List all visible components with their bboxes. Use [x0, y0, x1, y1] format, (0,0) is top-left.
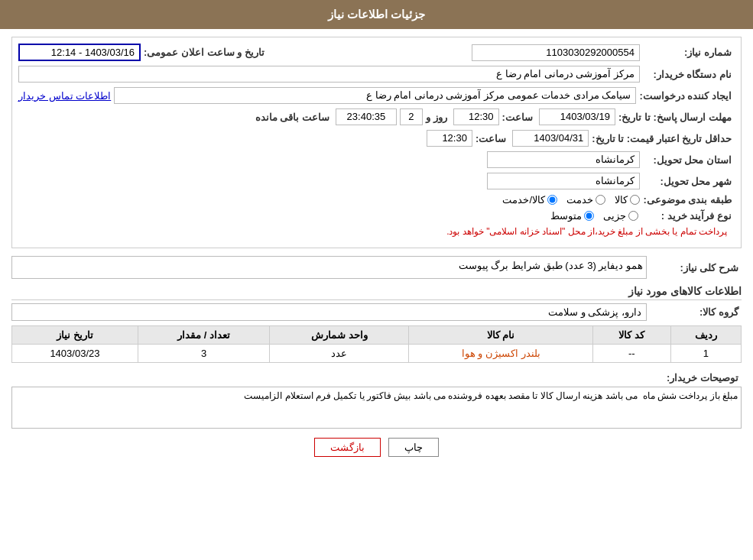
cell-tarikh: 1403/03/23 [12, 345, 138, 363]
tabaqe-kala-khadamat-label: کالا/خدمت [502, 194, 545, 206]
shahr-label: شهر محل تحویل: [643, 176, 735, 187]
namDastgah-value: مرکز آموزشی درمانی امام رضا ع [18, 66, 640, 83]
row-mohlat: مهلت ارسال پاسخ: تا تاریخ: 1403/03/19 سا… [18, 108, 735, 125]
noeFarayand-motavaset-radio[interactable] [584, 211, 594, 221]
noeFarayand-jazee-label: جزیی [603, 210, 626, 222]
goroh-label: گروه کالا: [650, 306, 742, 318]
form-section: شماره نیاز: 1103030292000554 تاریخ و ساع… [11, 37, 742, 248]
tosihKharidar-label: توصیحات خریدار: [650, 372, 742, 384]
tabaqe-khadamat-item[interactable]: خدمت [566, 194, 605, 206]
tabaqe-khadamat-radio[interactable] [596, 195, 605, 205]
col-kod: کد کالا [592, 326, 670, 345]
row-namDastgah: نام دستگاه خریدار: مرکز آموزشی درمانی ام… [18, 66, 735, 83]
tabaqe-kala-label: کالا [615, 194, 628, 206]
noeFarayand-warn: پرداخت تمام یا بخشی از مبلغ خرید،از محل … [446, 226, 727, 237]
sharh-value: همو دیفایر (3 عدد) طبق شرایط برگ پیوست [11, 256, 647, 279]
item-name-link[interactable]: بلندر اکسیژن و هوا [462, 348, 540, 359]
tarikhAetibar-date: 1403/04/31 [512, 130, 589, 147]
col-tarikh: تاریخ نیاز [12, 326, 138, 345]
noeFarayand-jazee-radio[interactable] [628, 211, 638, 221]
tarikhAetibar-time: 12:30 [427, 130, 472, 147]
page-header: جزئیات اطلاعات نیاز [0, 0, 753, 29]
table-header-row: ردیف کد کالا نام کالا واحد شمارش تعداد /… [12, 326, 742, 345]
cell-tedad: 3 [138, 345, 269, 363]
col-vahed: واحد شمارش [270, 326, 409, 345]
main-content: شماره نیاز: 1103030292000554 تاریخ و ساع… [0, 29, 753, 471]
ijadKonande-value: سیامک مرادی خدمات عمومی مرکز آموزشی درما… [114, 87, 636, 104]
row-noeFarayand: نوع فرآیند خرید : جزیی متوسط پرداخت تمام… [18, 210, 735, 237]
shahr-value: کرمانشاه [487, 173, 640, 189]
cell-radif: 1 [670, 345, 741, 363]
noeFarayand-motavaset-label: متوسط [550, 210, 582, 222]
mohlat-roz-label: روز و [426, 112, 450, 123]
col-radif: ردیف [670, 326, 741, 345]
tabaqe-khadamat-label: خدمت [566, 194, 593, 206]
mohlat-date: 1403/03/19 [539, 108, 615, 125]
tabaqe-kala-item[interactable]: کالا [615, 194, 640, 206]
cell-kod: -- [592, 345, 670, 363]
col-name: نام کالا [409, 326, 593, 345]
noeFarayand-radio-group: جزیی متوسط [550, 210, 638, 222]
back-button[interactable]: بازگشت [314, 438, 381, 457]
row-ijadKonande: ایجاد کننده درخواست: سیامک مرادی خدمات ع… [18, 87, 735, 104]
page-title: جزئیات اطلاعات نیاز [328, 8, 425, 21]
tarikhAetibar-label: حداقل تاریخ اعتبار قیمت: تا تاریخ: [592, 133, 735, 144]
shomareNiaz-label: شماره نیاز: [643, 47, 735, 58]
tabaqe-kala-khadamat-radio[interactable] [547, 195, 557, 205]
row-ostan: استان محل تحویل: کرمانشاه [18, 151, 735, 168]
tarikhDate-value: 1403/03/16 - 12:14 [18, 44, 141, 61]
table-header: ردیف کد کالا نام کالا واحد شمارش تعداد /… [12, 326, 742, 345]
btn-row: چاپ بازگشت [11, 438, 742, 457]
ijadKonande-link[interactable]: اطلاعات تماس خریدار [18, 90, 111, 102]
col-tedad: تعداد / مقدار [138, 326, 269, 345]
cell-name[interactable]: بلندر اکسیژن و هوا [409, 345, 593, 363]
mohlat-remaining-label: ساعت باقی مانده [255, 112, 333, 123]
noeFarayand-label: نوع فرآیند خرید : [643, 210, 735, 222]
tarikhAetibar-time-label: ساعت: [475, 133, 509, 144]
row-tarikhAetibar: حداقل تاریخ اعتبار قیمت: تا تاریخ: 1403/… [18, 130, 735, 147]
tosihKharidar-value[interactable] [11, 387, 742, 429]
mohlat-time-label: ساعت: [502, 112, 536, 123]
row-tabaqe: طبقه بندی موضوعی: کالا خدمت کالا/خدمت [18, 194, 735, 206]
row-shahr: شهر محل تحویل: کرمانشاه [18, 173, 735, 189]
ostan-label: استان محل تحویل: [643, 154, 735, 166]
tabaqe-kala-radio[interactable] [630, 195, 640, 205]
table-row: 1 -- بلندر اکسیژن و هوا عدد 3 1403/03/23 [12, 345, 742, 363]
tabaqe-radio-group: کالا خدمت کالا/خدمت [502, 194, 640, 206]
noeFarayand-motavaset-item[interactable]: متوسط [550, 210, 594, 222]
mohlat-label: مهلت ارسال پاسخ: تا تاریخ: [618, 112, 735, 123]
row-sharh: شرح کلی نیاز: همو دیفایر (3 عدد) طبق شرا… [11, 256, 742, 279]
page-wrapper: جزئیات اطلاعات نیاز شماره نیاز: 11030302… [0, 0, 753, 560]
sharh-label: شرح کلی نیاز: [650, 262, 742, 274]
namDastgah-label: نام دستگاه خریدار: [643, 69, 735, 80]
kalaha-title: اطلاعات کالاهای مورد نیاز [11, 285, 742, 300]
row-tosihKharidar: توصیحات خریدار: [11, 369, 742, 429]
ijadKonande-label: ایجاد کننده درخواست: [639, 90, 735, 102]
ostan-value: کرمانشاه [487, 151, 640, 168]
table-body: 1 -- بلندر اکسیژن و هوا عدد 3 1403/03/23 [12, 345, 742, 363]
mohlat-timer: 23:40:35 [336, 108, 397, 125]
mohlat-roz: 2 [400, 108, 423, 125]
print-button[interactable]: چاپ [388, 438, 439, 457]
tarikhDate-label: تاریخ و ساعت اعلان عمومی: [144, 47, 268, 58]
noeFarayand-jazee-item[interactable]: جزیی [603, 210, 638, 222]
tabaqe-kala-khadamat-item[interactable]: کالا/خدمت [502, 194, 557, 206]
mohlat-time: 12:30 [453, 108, 499, 125]
shomareNiaz-value: 1103030292000554 [472, 44, 640, 61]
row-shomareNiaz: شماره نیاز: 1103030292000554 تاریخ و ساع… [18, 44, 735, 61]
goroh-value: دارو، پزشکی و سلامت [11, 303, 647, 321]
tabaqe-label: طبقه بندی موضوعی: [643, 194, 735, 206]
items-table: ردیف کد کالا نام کالا واحد شمارش تعداد /… [11, 325, 742, 363]
cell-vahed: عدد [270, 345, 409, 363]
row-goroh: گروه کالا: دارو، پزشکی و سلامت [11, 303, 742, 321]
